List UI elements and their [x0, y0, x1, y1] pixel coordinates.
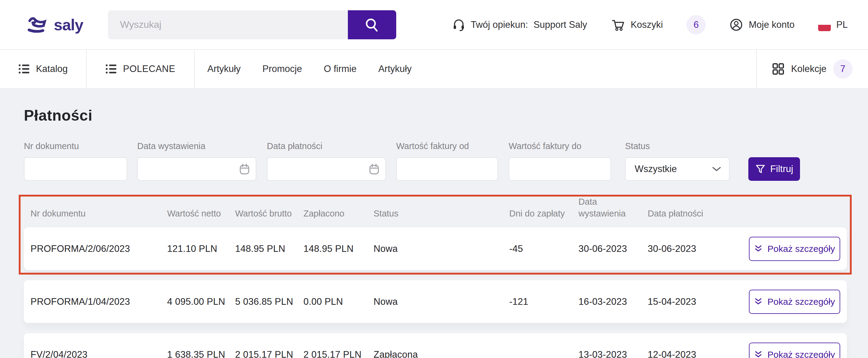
show-details-label: Pokaż szczegóły	[767, 350, 835, 358]
cell-netto: 4 095.00 PLN	[167, 296, 235, 307]
nav-links: Artykuły Promocje O firmie Artykuły	[195, 50, 756, 88]
funnel-icon	[755, 164, 766, 174]
table-row: PROFORMA/1/04/2023 4 095.00 PLN 5 036.85…	[24, 280, 847, 323]
cell-days: -121	[509, 296, 579, 307]
cell-netto: 121.10 PLN	[167, 243, 235, 254]
support-value: Support Saly	[533, 19, 587, 30]
filter-value-to: Wartość faktury do	[509, 141, 611, 181]
cell-brutto: 5 036.85 PLN	[235, 296, 304, 307]
poland-flag-icon	[818, 19, 831, 31]
value-to-input[interactable]	[509, 157, 611, 181]
cell-doc: PROFORMA/2/06/2023	[31, 243, 167, 254]
cell-issued: 13-03-2023	[579, 349, 648, 358]
filter-value-from: Wartość faktury od	[396, 141, 498, 181]
main-nav: Katalog POLECANE Artykuły Promocje O fir…	[0, 49, 868, 88]
filter-value-from-label: Wartość faktury od	[396, 141, 498, 151]
cell-status: Nowa	[374, 243, 509, 254]
list-icon	[19, 64, 30, 74]
language-switcher[interactable]: PL	[818, 19, 848, 31]
pay-date-input[interactable]	[267, 157, 386, 181]
show-details-button[interactable]: Pokaż szczegóły	[749, 290, 840, 314]
nav-collections-label: Kolekcje	[791, 63, 826, 74]
cell-paid: 0.00 PLN	[304, 296, 374, 307]
double-chevron-down-icon	[754, 350, 763, 358]
show-details-label: Pokaż szczegóły	[767, 297, 835, 307]
grid-icon	[772, 63, 784, 75]
col-status: Status	[374, 208, 509, 219]
header-actions: Twój opiekun: Support Saly Koszyki 6	[452, 15, 848, 34]
value-from-input[interactable]	[396, 157, 498, 181]
cell-due: 12-04-2023	[648, 349, 749, 358]
carts-link[interactable]: Koszyki	[611, 18, 663, 32]
page-title: Płatności	[24, 88, 847, 124]
filter-pay-date: Data płatności	[267, 141, 386, 181]
logo-cart-icon	[27, 16, 51, 34]
cell-due: 30-06-2023	[648, 243, 749, 254]
col-days: Dni do zapłaty	[509, 208, 579, 219]
payments-table: Nr dokumentu Wartość netto Wartość brutt…	[24, 195, 847, 358]
doc-number-input[interactable]	[24, 157, 127, 181]
cell-doc: FV/2/04/2023	[31, 349, 167, 358]
support-label: Twój opiekun:	[471, 19, 528, 30]
search-input[interactable]	[108, 10, 348, 39]
chevron-down-icon	[712, 166, 721, 172]
status-select[interactable]: Wszystkie	[625, 157, 730, 181]
show-details-button[interactable]: Pokaż szczegóły	[749, 342, 840, 358]
cell-issued: 16-03-2023	[579, 296, 648, 307]
double-chevron-down-icon	[754, 297, 763, 306]
cell-paid: 148.95 PLN	[304, 243, 374, 254]
col-due: Data płatności	[648, 208, 749, 219]
nav-link-o-firmie[interactable]: O firmie	[324, 63, 356, 74]
cell-status: Zapłacona	[374, 349, 509, 358]
nav-catalog[interactable]: Katalog	[0, 50, 86, 88]
filter-status-label: Status	[625, 141, 730, 151]
filters-bar: Nr dokumentu Data wystawienia Data płatn…	[24, 141, 847, 181]
list-icon	[105, 64, 117, 74]
support-contact[interactable]: Twój opiekun: Support Saly	[452, 18, 587, 31]
filter-pay-date-label: Data płatności	[267, 141, 386, 151]
cell-due: 15-04-2023	[648, 296, 749, 307]
search-icon	[364, 17, 380, 33]
filter-doc-number-label: Nr dokumentu	[24, 141, 127, 151]
cell-brutto: 2 015.17 PLN	[235, 349, 304, 358]
account-label: Moje konto	[749, 19, 795, 30]
cell-days: -45	[509, 243, 579, 254]
account-link[interactable]: Moje konto	[729, 18, 795, 32]
cell-paid: 2 015.17 PLN	[304, 349, 374, 358]
show-details-label: Pokaż szczegóły	[767, 244, 835, 254]
double-chevron-down-icon	[754, 244, 763, 253]
cell-issued: 30-06-2023	[579, 243, 648, 254]
filter-issue-date: Data wystawienia	[137, 141, 256, 181]
col-netto: Wartość netto	[167, 208, 235, 219]
collections-count-badge: 7	[833, 59, 852, 79]
logo[interactable]: saly	[27, 16, 83, 34]
nav-link-artykuly-2[interactable]: Artykuły	[378, 63, 412, 74]
filter-status: Status Wszystkie	[625, 141, 730, 181]
nav-featured[interactable]: POLECANE	[87, 50, 194, 88]
filter-issue-date-label: Data wystawienia	[137, 141, 256, 151]
col-issued: Data wystawienia	[579, 196, 630, 219]
search-bar	[108, 10, 396, 39]
cell-brutto: 148.95 PLN	[235, 243, 304, 254]
logo-text: saly	[54, 16, 83, 34]
language-label: PL	[836, 19, 848, 30]
cell-status: Nowa	[374, 296, 509, 307]
search-button[interactable]	[348, 10, 396, 39]
col-doc: Nr dokumentu	[31, 208, 167, 219]
issue-date-input[interactable]	[137, 157, 256, 181]
table-row: PROFORMA/2/06/2023 121.10 PLN 148.95 PLN…	[24, 228, 847, 270]
cell-doc: PROFORMA/1/04/2023	[31, 296, 167, 307]
filter-value-to-label: Wartość faktury do	[509, 141, 611, 151]
nav-link-promocje[interactable]: Promocje	[262, 63, 302, 74]
show-details-button[interactable]: Pokaż szczegóły	[749, 237, 840, 261]
top-header: saly Twój opiekun: Suppo	[0, 0, 868, 49]
cart-icon	[611, 18, 625, 32]
table-header: Nr dokumentu Wartość netto Wartość brutt…	[24, 195, 847, 228]
col-brutto: Wartość brutto	[235, 208, 304, 219]
table-row: FV/2/04/2023 1 638.35 PLN 2 015.17 PLN 2…	[24, 333, 847, 358]
filter-button[interactable]: Filtruj	[748, 157, 800, 181]
nav-catalog-label: Katalog	[36, 63, 68, 74]
nav-collections[interactable]: Kolekcje 7	[757, 50, 868, 88]
carts-label: Koszyki	[631, 19, 663, 30]
nav-link-artykuly-1[interactable]: Artykuły	[207, 63, 241, 74]
